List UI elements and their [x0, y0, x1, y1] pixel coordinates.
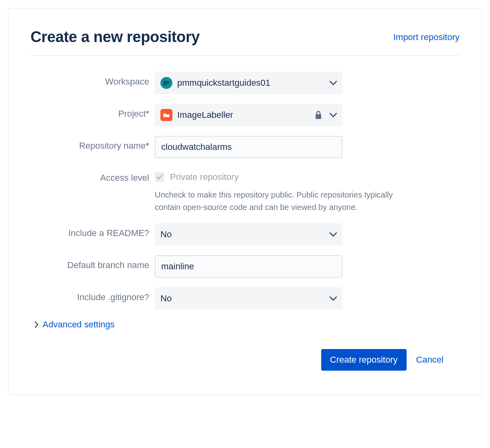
default-branch-label: Default branch name [30, 255, 155, 270]
access-level-help: Uncheck to make this repository public. … [155, 189, 403, 214]
advanced-settings-label: Advanced settings [43, 319, 115, 330]
svg-rect-2 [164, 84, 167, 85]
gitignore-select[interactable]: No [155, 287, 342, 310]
readme-row: Include a README? No [30, 223, 460, 246]
readme-select[interactable]: No [155, 223, 342, 246]
default-branch-row: Default branch name [30, 255, 460, 278]
project-row: Project* ImageLabeller [30, 104, 460, 126]
workspace-row: Workspace pmmquickstartguides01 [30, 72, 460, 94]
gitignore-value: No [160, 293, 172, 304]
chevron-down-icon [330, 232, 337, 237]
gitignore-row: Include .gitignore? No [30, 287, 460, 310]
project-label: Project* [30, 104, 155, 119]
default-branch-input[interactable] [155, 255, 342, 278]
repo-name-row: Repository name* [30, 136, 460, 158]
actions-row: Create repository Cancel [30, 349, 460, 371]
private-repo-label: Private repository [170, 172, 239, 182]
check-icon [157, 175, 162, 180]
page-title: Create a new repository [30, 28, 200, 46]
create-repo-panel: Create a new repository Import repositor… [8, 8, 482, 395]
project-avatar-icon [160, 109, 172, 121]
create-repository-button[interactable]: Create repository [321, 349, 407, 371]
access-level-label: Access level [30, 168, 155, 183]
readme-label: Include a README? [30, 223, 155, 238]
advanced-settings-toggle[interactable]: Advanced settings [34, 319, 460, 330]
svg-rect-0 [164, 81, 169, 82]
project-select[interactable]: ImageLabeller [155, 104, 342, 126]
project-value: ImageLabeller [177, 110, 233, 120]
svg-rect-3 [316, 114, 321, 119]
access-level-row: Access level Private repository Uncheck … [30, 168, 460, 214]
workspace-value: pmmquickstartguides01 [177, 78, 270, 88]
chevron-down-icon [330, 113, 337, 117]
repo-name-label: Repository name* [30, 136, 155, 151]
readme-value: No [160, 229, 172, 240]
import-repository-link[interactable]: Import repository [393, 32, 460, 42]
chevron-right-icon [34, 321, 38, 328]
chevron-down-icon [330, 81, 337, 85]
header-row: Create a new repository Import repositor… [30, 28, 460, 56]
gitignore-label: Include .gitignore? [30, 287, 155, 303]
workspace-select[interactable]: pmmquickstartguides01 [155, 72, 342, 94]
cancel-button[interactable]: Cancel [416, 355, 443, 365]
workspace-avatar-icon [160, 77, 172, 89]
private-repo-checkbox[interactable] [155, 172, 164, 182]
chevron-down-icon [330, 296, 337, 301]
svg-rect-1 [164, 83, 169, 83]
repo-name-input[interactable] [155, 136, 342, 158]
workspace-label: Workspace [30, 72, 155, 87]
lock-icon [314, 111, 322, 119]
